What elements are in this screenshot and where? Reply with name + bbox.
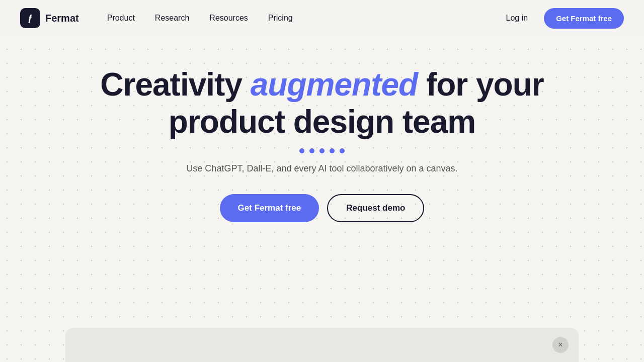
logo[interactable]: ƒ Fermat [20,8,79,28]
hero-section: Creativity augmented for your product de… [0,36,644,266]
hero-cta-secondary[interactable]: Request demo [327,194,424,222]
navbar-left: ƒ Fermat Product Research Resources Pric… [20,8,301,28]
hero-title-part2: for your [418,66,544,103]
close-icon: × [558,340,562,349]
nav-link-research[interactable]: Research [147,10,197,27]
hero-subtitle-row [299,148,345,153]
dot-5 [340,148,345,153]
nav-link-pricing[interactable]: Pricing [260,10,301,27]
nav-link-product[interactable]: Product [99,10,143,27]
nav-links: Product Research Resources Pricing [99,10,301,27]
hero-description: Use ChatGPT, Dall-E, and every AI tool c… [186,163,457,174]
nav-link-resources[interactable]: Resources [201,10,256,27]
logo-name: Fermat [45,13,79,24]
hero-title-part1: Creativity [100,66,250,103]
hero-buttons: Get Fermat free Request demo [220,194,425,222]
logo-icon: ƒ [20,8,40,28]
hero-cta-primary[interactable]: Get Fermat free [220,194,319,222]
dot-4 [330,148,335,153]
nav-cta-button[interactable]: Get Fermat free [544,8,624,29]
navbar-right: Log in Get Fermat free [498,8,624,29]
hero-title: Creativity augmented for your product de… [100,66,543,140]
navbar: ƒ Fermat Product Research Resources Pric… [0,0,644,36]
hero-title-line2: product design team [169,104,475,140]
preview-card: × [65,328,579,362]
close-button[interactable]: × [552,337,569,353]
dot-3 [319,148,325,153]
hero-title-italic: augmented [251,66,418,103]
dot-1 [299,148,304,153]
login-link[interactable]: Log in [498,10,536,27]
dot-2 [309,148,314,153]
logo-symbol: ƒ [28,13,33,24]
